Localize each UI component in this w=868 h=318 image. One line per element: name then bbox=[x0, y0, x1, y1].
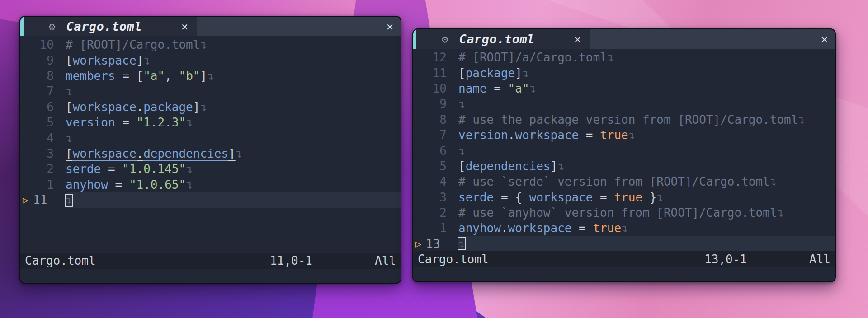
line-number: 5 bbox=[426, 159, 447, 173]
code-text: [package]↴ bbox=[458, 66, 529, 80]
code-line[interactable]: 2# use `anyhow` version from [ROOT]/Carg… bbox=[413, 205, 835, 220]
code-text: anyhow.workspace = true↴ bbox=[458, 221, 628, 235]
current-line-number: 13 bbox=[426, 237, 447, 251]
code-line[interactable]: 5version = "1.2.3"↴ bbox=[20, 115, 401, 130]
line-number: 7 bbox=[33, 84, 54, 98]
tab-title[interactable]: Cargo.toml bbox=[459, 32, 535, 46]
status-filename: Cargo.toml bbox=[418, 253, 489, 266]
eol-icon: ↴ bbox=[143, 54, 151, 67]
cursor-line[interactable]: ▷13↴ bbox=[413, 236, 835, 251]
status-ruler: 13,0-1 bbox=[704, 253, 747, 266]
code-text: [workspace]↴ bbox=[66, 54, 151, 67]
status-filename: Cargo.toml bbox=[25, 254, 96, 267]
status-bar: Cargo.toml 13,0-1 All bbox=[413, 251, 835, 267]
code-line[interactable]: 9[workspace]↴ bbox=[20, 52, 401, 68]
eol-icon: ↴ bbox=[458, 144, 466, 158]
eol-icon: ↴ bbox=[186, 116, 193, 129]
eol-icon: ↴ bbox=[621, 221, 628, 235]
status-ruler: 11,0-1 bbox=[270, 254, 312, 267]
eol-icon: ↴ bbox=[66, 194, 72, 206]
code-line[interactable]: 6[workspace.package]↴ bbox=[20, 99, 401, 115]
tab-cargo-toml[interactable]: ⚙ Cargo.toml ✕ bbox=[24, 17, 197, 36]
editor-content[interactable]: 10# [ROOT]/Cargo.toml↴9[workspace]↴8memb… bbox=[20, 36, 401, 253]
code-line[interactable]: 4↴ bbox=[20, 130, 401, 145]
eol-icon: ↴ bbox=[207, 69, 214, 83]
tab-cargo-toml[interactable]: ⚙ Cargo.toml ✕ bbox=[416, 29, 590, 49]
code-text: [workspace.dependencies]↴ bbox=[66, 147, 242, 160]
cursorline-highlight bbox=[66, 192, 401, 208]
code-text: # [ROOT]/Cargo.toml↴ bbox=[66, 38, 207, 51]
tabbar-close-icon[interactable]: ✕ bbox=[387, 20, 393, 33]
code-text: serde = { workspace = true }↴ bbox=[458, 191, 664, 204]
line-number: 4 bbox=[426, 175, 447, 188]
tabbar-close-icon[interactable]: ✕ bbox=[821, 33, 828, 46]
code-text: # use `anyhow` version from [ROOT]/Cargo… bbox=[458, 206, 784, 220]
line-number: 8 bbox=[426, 113, 447, 126]
code-line[interactable]: 11[package]↴ bbox=[413, 65, 835, 80]
code-line[interactable]: 12# [ROOT]/a/Cargo.toml↴ bbox=[413, 50, 835, 65]
code-text: members = ["a", "b"]↴ bbox=[66, 69, 214, 83]
code-line[interactable]: 9↴ bbox=[413, 96, 835, 112]
eol-icon: ↴ bbox=[529, 82, 537, 95]
line-number: 2 bbox=[33, 162, 54, 176]
code-text: # use the package version from [ROOT]/Ca… bbox=[458, 113, 805, 126]
code-line[interactable]: 10# [ROOT]/Cargo.toml↴ bbox=[20, 37, 401, 52]
code-text: ↴ bbox=[458, 144, 466, 158]
tab-bar-fill: ✕ bbox=[197, 17, 401, 36]
eol-icon: ↴ bbox=[458, 97, 466, 111]
cursor-line[interactable]: ▷11↴ bbox=[20, 192, 401, 208]
code-line[interactable]: 6↴ bbox=[413, 143, 835, 158]
eol-icon: ↴ bbox=[186, 178, 193, 192]
line-number: 7 bbox=[426, 128, 447, 142]
code-line[interactable]: 2serde = "1.0.145"↴ bbox=[20, 161, 401, 177]
eol-icon: ↴ bbox=[66, 84, 73, 98]
code-text: version = "1.2.3"↴ bbox=[66, 116, 193, 129]
current-line-number: 11 bbox=[33, 193, 54, 207]
code-line[interactable]: 8members = ["a", "b"]↴ bbox=[20, 68, 401, 84]
code-line[interactable]: 8# use the package version from [ROOT]/C… bbox=[413, 112, 835, 127]
code-line[interactable]: 7version.workspace = true↴ bbox=[413, 127, 835, 143]
code-line[interactable]: 3serde = { workspace = true }↴ bbox=[413, 190, 835, 205]
eol-icon: ↴ bbox=[628, 128, 636, 142]
code-text: name = "a"↴ bbox=[458, 82, 536, 95]
status-bar: Cargo.toml 11,0-1 All bbox=[20, 253, 401, 269]
tab-bar: ⚙ Cargo.toml ✕ ✕ bbox=[20, 17, 401, 36]
active-pane-accent-bar bbox=[413, 29, 416, 49]
editor-content[interactable]: 12# [ROOT]/a/Cargo.toml↴11[package]↴10na… bbox=[413, 49, 835, 251]
status-scroll-position: All bbox=[375, 254, 396, 267]
code-text: version.workspace = true↴ bbox=[458, 128, 635, 142]
cursor-sign-icon: ▷ bbox=[20, 195, 33, 206]
code-line[interactable]: 1anyhow = "1.0.65"↴ bbox=[20, 177, 401, 192]
eol-icon: ↴ bbox=[66, 131, 73, 145]
line-number: 2 bbox=[426, 206, 447, 220]
code-line[interactable]: 3[workspace.dependencies]↴ bbox=[20, 146, 401, 161]
code-text: [workspace.package]↴ bbox=[66, 100, 207, 114]
code-line[interactable]: 5[dependencies]↴ bbox=[413, 159, 835, 174]
line-number: 1 bbox=[426, 221, 447, 235]
eol-icon: ↴ bbox=[522, 66, 529, 80]
line-number: 4 bbox=[33, 131, 54, 145]
cursorline-highlight bbox=[458, 236, 835, 251]
tab-close-icon[interactable]: ✕ bbox=[181, 20, 188, 33]
code-text: ↴ bbox=[66, 131, 73, 145]
gear-icon[interactable]: ⚙ bbox=[442, 33, 448, 46]
code-line[interactable]: 1anyhow.workspace = true↴ bbox=[413, 220, 835, 236]
eol-icon: ↴ bbox=[186, 162, 193, 176]
code-line[interactable]: 10name = "a"↴ bbox=[413, 81, 835, 96]
line-number: 10 bbox=[426, 82, 447, 95]
code-text: # [ROOT]/a/Cargo.toml↴ bbox=[458, 51, 614, 64]
tab-bar: ⚙ Cargo.toml ✕ ✕ bbox=[413, 29, 835, 49]
eol-icon: ↴ bbox=[607, 51, 614, 64]
code-text: # use `serde` version from [ROOT]/Cargo.… bbox=[458, 175, 777, 188]
tab-title[interactable]: Cargo.toml bbox=[66, 19, 142, 33]
code-line[interactable]: 4# use `serde` version from [ROOT]/Cargo… bbox=[413, 174, 835, 189]
code-line[interactable]: 7↴ bbox=[20, 84, 401, 99]
tab-close-icon[interactable]: ✕ bbox=[574, 33, 581, 46]
code-text: ↴ bbox=[458, 97, 466, 111]
gear-icon[interactable]: ⚙ bbox=[49, 20, 55, 33]
eol-icon: ↴ bbox=[770, 175, 777, 188]
line-number: 10 bbox=[33, 38, 54, 51]
eol-icon: ↴ bbox=[200, 100, 207, 114]
code-text: ↴ bbox=[66, 84, 73, 98]
tab-bar-fill: ✕ bbox=[590, 29, 835, 49]
